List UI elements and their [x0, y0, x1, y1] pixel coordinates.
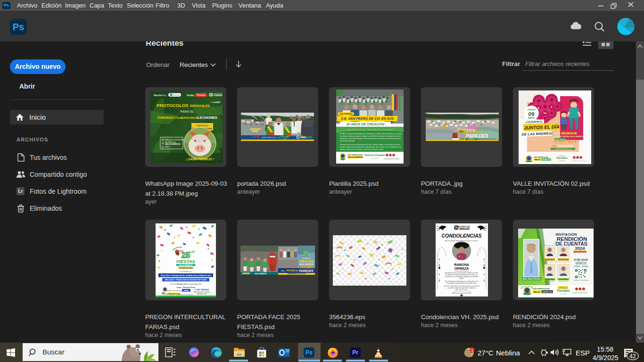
svg-text:Capacitación: Capacitación: [196, 124, 209, 127]
svg-text:PARQUE CENTRAL VALLE HERMOSO: PARQUE CENTRAL VALLE HERMOSO: [555, 136, 584, 138]
svg-text:VALLE: VALLE: [533, 291, 540, 293]
svg-text:HORA: 14H30: HORA: 14H30: [574, 265, 588, 268]
svg-text:ESENCIALES: ESENCIALES: [190, 104, 210, 107]
svg-text:Te invitamos a la: Te invitamos a la: [180, 271, 192, 272]
svg-text:GAD PARROQUIAL: GAD PARROQUIAL: [533, 288, 550, 290]
svg-text:GAD PARROQUIAL: GAD PARROQUIAL: [165, 141, 176, 143]
svg-text:presidente: presidente: [558, 160, 565, 162]
svg-text:Valle Hermoso, 23 de junio de: Valle Hermoso, 23 de junio de 2025: [452, 292, 471, 294]
svg-text:HORA: 10H00 AM: HORA: 10H00 AM: [563, 132, 575, 134]
svg-text:HERMOSO: HERMOSO: [542, 291, 553, 293]
svg-text:Patricio Paredes: Patricio Paredes: [364, 154, 385, 156]
svg-text:25: 25: [303, 249, 311, 257]
svg-text:1: 1: [471, 348, 473, 353]
svg-text:CONDOLENCIAS: CONDOLENCIAS: [441, 233, 481, 239]
svg-text:COMISIÓN DE OBRAS: COMISIÓN DE OBRAS: [545, 281, 555, 282]
svg-text:GAD PARROQUIAL: GAD PARROQUIAL: [457, 226, 471, 228]
svg-text:VALLE HERMOSO: VALLE HERMOSO: [165, 143, 181, 145]
svg-text:FIESTAS: FIESTAS: [299, 259, 314, 263]
svg-text:VALLE HERMOSO: VALLE HERMOSO: [210, 95, 223, 97]
svg-text:pérdida.: pérdida.: [459, 278, 464, 280]
svg-text:ADMINISTRACIÓN 2023-2027: ADMINISTRACIÓN 2023-2027: [478, 138, 496, 140]
svg-text:GAD PARROQUIAL: GAD PARROQUIAL: [347, 154, 363, 156]
svg-text:¡ GANA PREMIOS !: ¡ GANA PREMIOS !: [186, 157, 214, 161]
svg-text:VALLE HERMOSO: VALLE HERMOSO: [458, 228, 471, 230]
svg-text:Pronaca: Pronaca: [197, 94, 206, 96]
svg-text:de trabajo, saluda con orgullo: de trabajo, saluda con orgullo y alegría…: [340, 135, 401, 137]
svg-text:Presidente del GAD Valle Hermo: Presidente del GAD Valle Hermoso: [453, 291, 471, 292]
svg-text:Vive: Vive: [176, 249, 184, 253]
svg-text:Abg. Ana Merino: Abg. Ana Merino: [545, 259, 555, 261]
svg-text:estos difíciles momentos que d: estos difíciles momentos que difíciles m…: [447, 287, 476, 289]
svg-text:Luis farias: Luis farias: [195, 288, 209, 291]
svg-text:PATRICIO: PATRICIO: [286, 269, 298, 272]
svg-text:ADMINISTRACIÓN 2023 - 2027: ADMINISTRACIÓN 2023 - 2027: [262, 136, 281, 139]
svg-text:2024: 2024: [575, 246, 585, 251]
svg-text:RAMONA: RAMONA: [454, 263, 469, 266]
svg-text:BELLEZA Y TRADICIÓN DE BODAS D: BELLEZA Y TRADICIÓN DE BODAS DE PLATA: [165, 279, 206, 281]
svg-text:PAREDES: PAREDES: [466, 133, 488, 139]
svg-text:FIESTAS 2025: FIESTAS 2025: [197, 293, 206, 295]
svg-text:VIERNES: VIERNES: [527, 108, 536, 111]
svg-text:Sr. Edgar Vargas: Sr. Edgar Vargas: [545, 279, 555, 280]
svg-text:conexiones: conexiones: [172, 94, 181, 96]
svg-text:Por tus 25 años de Parroquial: Por tus 25 años de Parroquialización: [170, 283, 201, 285]
svg-text:familias, quienes han sido par: familias, quienes han sido parte esencia…: [340, 148, 384, 150]
svg-text:durante dos décadas. 🎓🎈: durante dos décadas. 🎓🎈: [340, 140, 360, 142]
svg-text:FELICIDADES: FELICIDADES: [340, 113, 353, 115]
svg-text:ORMAZA: ORMAZA: [454, 267, 469, 270]
svg-text:EVENTO CULTURAL Y SOCIAL: EVENTO CULTURAL Y SOCIAL: [555, 141, 576, 143]
svg-text:Punto Digital Corazón de María: Punto Digital Corazón de María del Crist…: [446, 282, 477, 284]
svg-text:COMISIÓN DE FIESTAS: COMISIÓN DE FIESTAS: [558, 281, 569, 282]
svg-text:20H00: 20H00: [184, 290, 189, 292]
svg-text:GAD PARROQUIAL: GAD PARROQUIAL: [534, 156, 548, 158]
svg-text:Administración 2025-2027: Administración 2025-2027: [178, 294, 194, 296]
svg-text:LAS: LAS: [190, 250, 195, 253]
svg-text:Sra. Rosa Tamayo: Sra. Rosa Tamayo: [558, 259, 569, 261]
svg-text:El GAD Parroquial de Valle Her: El GAD Parroquial de Valle Hermoso, lide…: [340, 133, 402, 135]
svg-text:Patricio: Patricio: [559, 155, 564, 157]
svg-text:VALLE: VALLE: [534, 159, 540, 161]
svg-text:FIESTAS: FIESTAS: [176, 259, 195, 264]
svg-text:PROTOCOLOS: PROTOCOLOS: [157, 103, 188, 108]
svg-text:14 DE JULIO: 14 DE JULIO: [574, 258, 588, 261]
svg-text:20 AÑOS DE CREACIÓN: 20 AÑOS DE CREACIÓN: [346, 122, 385, 126]
svg-text:PAREDES: PAREDES: [299, 269, 314, 272]
svg-text:LECHONES: LECHONES: [198, 115, 217, 120]
svg-text:HERMOSO: HERMOSO: [542, 159, 551, 161]
svg-text:ADMINISTRACIÓN 2023-2027: ADMINISTRACIÓN 2023-2027: [573, 280, 589, 281]
svg-text:Paredes: Paredes: [557, 289, 570, 292]
svg-text:ANA MERINO: ANA MERINO: [558, 145, 574, 148]
svg-text:MIÉRCOLES 17 DE SEPTIEMBRE: MIÉRCOLES 17 DE SEPTIEMBRE: [165, 139, 186, 141]
svg-text:www.gadvallehermoso.gob.ec: www.gadvallehermoso.gob.ec: [572, 292, 588, 294]
svg-text:Valle Hermoso: Valle Hermoso: [527, 283, 537, 285]
svg-text:HORA: 15H00 PM: HORA: 15H00 PM: [554, 139, 566, 140]
svg-text:HERMOSO: HERMOSO: [468, 138, 474, 140]
svg-text:CUIDADO: CUIDADO: [157, 115, 174, 120]
svg-text:a todo el valioso personal doc: a todo el valioso personal docente, admi…: [340, 146, 402, 148]
svg-text:Sr. Luis Farias: Sr. Luis Farias: [559, 279, 568, 280]
svg-text:Nuestras más sinceras felicita: Nuestras más sinceras felicitaciones al …: [340, 144, 400, 146]
svg-text:www.gadvallehermoso.gob.ec: www.gadvallehermoso.gob.ec: [384, 158, 400, 160]
svg-text:presidente: presidente: [560, 293, 567, 295]
svg-text:Abg.: Abg.: [552, 145, 557, 147]
svg-text:COMISIÓN DE AMBIENTE Y SALUD: COMISIÓN DE AMBIENTE Y SALUD: [555, 261, 571, 262]
svg-text:42: 42: [629, 353, 636, 360]
svg-text:ADMINISTRACIÓN 2023-2027: ADMINISTRACIÓN 2023-2027: [288, 272, 306, 275]
svg-text:homenaje a una institución que: homenaje a una institución que ha marcad…: [340, 138, 401, 140]
svg-text:VALLE HERMOSO: VALLE HERMOSO: [299, 263, 314, 265]
svg-text:VALLE HERMOSO: VALLE HERMOSO: [348, 156, 363, 158]
svg-text:VALLE: VALLE: [460, 138, 464, 140]
svg-text:Juntos: Juntos: [282, 138, 287, 140]
svg-text:VALLE HERMOSO: VALLE HERMOSO: [179, 264, 193, 266]
svg-text:U.E. SAN PEDRO DE V.H. EN SUS: U.E. SAN PEDRO DE V.H. EN SUS: [341, 117, 394, 120]
svg-text:LUGAR:: LUGAR:: [555, 132, 561, 134]
svg-text:www.gadvallehermoso.gob.ec: www.gadvallehermoso.gob.ec: [571, 160, 587, 162]
svg-text:MSc. Jaime Paredes: MSc. Jaime Paredes: [523, 278, 541, 280]
svg-text:ELECCIÓN Y CORONACIÓN DE LA RE: ELECCIÓN Y CORONACIÓN DE LA REINA VALLE …: [161, 274, 211, 277]
svg-text:09: 09: [528, 111, 535, 117]
svg-text:Lugar : Recinto Ferial: Lugar : Recinto Ferial: [176, 287, 195, 288]
svg-text:MSc.: MSc.: [281, 270, 285, 272]
svg-text:GAD PARROQUIAL: GAD PARROQUIAL: [575, 263, 586, 265]
svg-text:Y BODAS DE PLATA: Y BODAS DE PLATA: [179, 267, 193, 269]
